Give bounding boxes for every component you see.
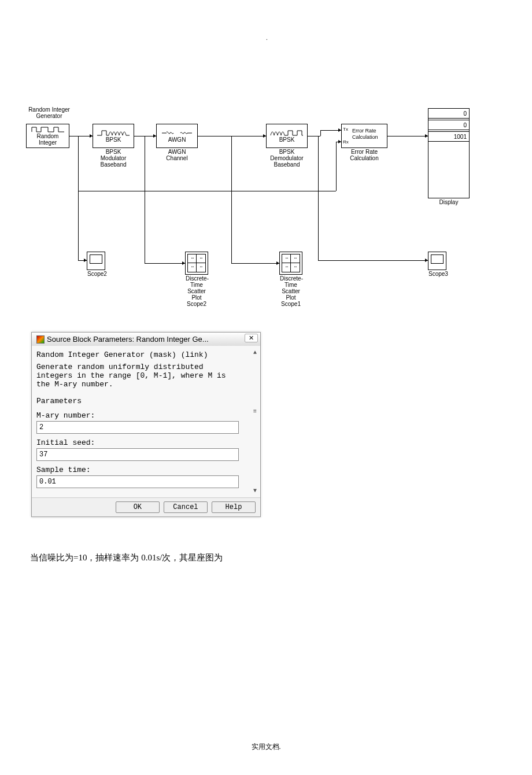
seed-input[interactable] (36, 448, 239, 461)
dialog-body: ▲ Random Integer Generator (mask) (link)… (32, 346, 260, 497)
random-integer-text: Random Integer (37, 133, 59, 146)
dialog-mask-header: Random Integer Generator (mask) (link) (36, 350, 256, 359)
source-block-dialog: Source Block Parameters: Random Integer … (31, 332, 261, 517)
error-rate-inner-text: Error Rate Calculation (352, 128, 378, 141)
scatter2-label: Discrete-Time Scatter Plot Scope2 (186, 275, 208, 307)
simulink-diagram: Random Integer Generator Random Integer … (26, 110, 477, 318)
connector (231, 263, 279, 264)
arrow-icon (90, 134, 93, 138)
mary-input[interactable] (36, 421, 239, 434)
dialog-titlebar[interactable]: Source Block Parameters: Random Integer … (32, 333, 260, 346)
connector (78, 191, 336, 191)
bpsk-mod-text: BPSK (106, 136, 121, 143)
arrow-icon (153, 134, 156, 138)
bpsk-demod-icon (269, 130, 304, 136)
connector (387, 136, 428, 136)
simulink-icon (36, 335, 45, 344)
display-block[interactable]: Display (428, 108, 470, 198)
bpsk-mod-label: BPSK Modulator Baseband (93, 149, 134, 168)
arrow-icon (182, 261, 185, 265)
dialog-description: Generate random uniformly distributed in… (36, 363, 256, 389)
dialog-button-row: OK Cancel Help (32, 497, 260, 516)
arrow-icon (338, 140, 341, 143)
display-label: Display (428, 199, 469, 205)
connector (145, 136, 145, 263)
scope2-block[interactable]: Scope2 (87, 252, 105, 270)
scatter1-q4: ⠒ (290, 263, 300, 272)
scope3-screen-icon (431, 254, 444, 264)
bpsk-demod-block[interactable]: BPSK BPSK Demodulator Baseband (266, 124, 308, 148)
arrow-icon (338, 128, 341, 132)
awgn-icon (161, 130, 193, 136)
caption-text: 当信噪比为=10，抽样速率为 0.01s/次，其星座图为 (30, 552, 223, 563)
error-rate-label: Error Rate Calculation (342, 149, 387, 161)
awgn-text: AWGN (168, 136, 186, 143)
scatter-scope1-block[interactable]: ⠒ ⠒ ⠒ ⠒ Discrete-Time Scatter Plot Scope… (279, 252, 302, 275)
random-integer-title-label: Random Integer Generator (23, 106, 75, 119)
tx-port-label: Tx (343, 127, 348, 132)
mary-label: M-ary number: (36, 411, 256, 420)
pulse-icon (31, 126, 65, 133)
scope3-label: Scope3 (428, 271, 446, 277)
cancel-button[interactable]: Cancel (164, 501, 208, 513)
scatter-scope2-block[interactable]: ⠒ ⠒ ⠒ ⠒ Discrete-Time Scatter Plot Scope… (185, 252, 208, 275)
scroll-grip-icon[interactable]: ≡ (253, 408, 257, 415)
ok-button[interactable]: OK (116, 501, 160, 513)
awgn-block[interactable]: AWGN AWGN Channel (156, 124, 198, 148)
scroll-up-icon[interactable]: ▲ (253, 349, 257, 356)
footer-text: 实用文档. (0, 742, 532, 752)
connector (198, 136, 266, 136)
scatter2-q4: ⠒ (196, 263, 206, 272)
scatter1-label: Discrete-Time Scatter Plot Scope1 (280, 275, 302, 307)
arrow-icon (425, 134, 428, 138)
connector (318, 260, 428, 261)
connector (145, 263, 185, 264)
rx-port-label: Rx (343, 139, 349, 145)
random-integer-block[interactable]: Random Integer (26, 124, 69, 148)
arrow-icon (276, 261, 279, 265)
scope2-screen-icon (90, 254, 102, 264)
sample-input[interactable] (36, 475, 239, 488)
connector (231, 136, 232, 263)
scope2-label: Scope2 (87, 271, 105, 277)
sample-label: Sample time: (36, 466, 256, 474)
connector (78, 191, 79, 260)
connector (318, 136, 319, 260)
dialog-title-text: Source Block Parameters: Random Integer … (47, 335, 209, 344)
scroll-down-icon[interactable]: ▼ (253, 488, 257, 494)
seed-label: Initial seed: (36, 438, 256, 447)
bpsk-demod-label: BPSK Demodulator Baseband (267, 149, 307, 168)
bpsk-demod-text: BPSK (279, 136, 295, 143)
connector (320, 130, 321, 136)
connector (78, 136, 79, 191)
arrow-icon (84, 259, 87, 262)
awgn-label: AWGN Channel (157, 149, 197, 161)
help-button[interactable]: Help (212, 501, 256, 513)
connector (336, 142, 337, 191)
connector (69, 136, 93, 136)
error-rate-block[interactable]: Tx Rx Error Rate Calculation Error Rate … (341, 124, 387, 148)
arrow-icon (425, 259, 428, 262)
arrow-icon (263, 134, 266, 138)
bpsk-wave-icon (96, 130, 131, 136)
close-button[interactable]: ✕ (245, 334, 258, 342)
dialog-parameters-section: Parameters (36, 397, 256, 405)
scope3-block[interactable]: Scope3 (428, 252, 446, 270)
bpsk-modulator-block[interactable]: BPSK BPSK Modulator Baseband (93, 124, 134, 148)
dot-top: . (266, 35, 268, 41)
